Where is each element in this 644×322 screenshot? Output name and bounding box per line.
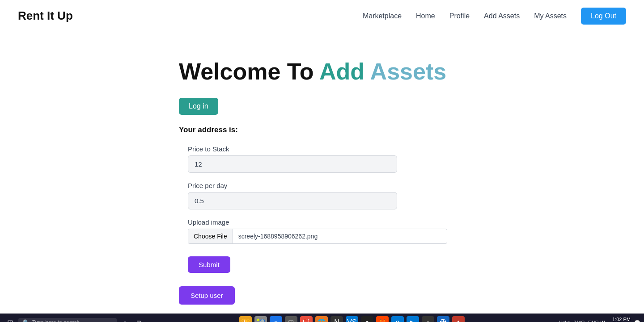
taskbar-icon-8[interactable]: VS xyxy=(346,316,358,322)
price-to-stack-group: Price to Stack xyxy=(188,145,626,173)
taskbar-icon-15[interactable]: ♦ xyxy=(452,316,465,322)
taskbar-icon-11[interactable]: e xyxy=(391,316,404,322)
submit-button[interactable]: Submit xyxy=(188,256,230,273)
title-assets: Assets xyxy=(370,59,447,84)
taskbar-icon-2[interactable]: 🎾 xyxy=(254,316,267,322)
address-label: Your address is: xyxy=(179,125,626,134)
title-add: Add xyxy=(319,59,364,84)
taskbar-links-label: Links xyxy=(559,320,570,322)
taskbar-search-input[interactable] xyxy=(32,319,112,322)
main-content: Welcome To Add Assets Log in Your addres… xyxy=(0,32,644,314)
taskbar-notification-icon[interactable]: 💬 xyxy=(634,320,640,322)
taskbar-cortana-icon[interactable]: ○ xyxy=(119,316,131,322)
taskbar-icon-12[interactable]: ▶ xyxy=(407,316,419,322)
price-per-day-group: Price per day xyxy=(188,182,626,209)
upload-image-group: Upload image Choose File screely-1688958… xyxy=(188,218,626,244)
taskbar-icon-10[interactable]: 🦊 xyxy=(376,316,389,322)
taskbar-taskview-icon[interactable]: ⧉ xyxy=(133,316,145,322)
taskbar-locale: ENG IN xyxy=(588,320,605,322)
price-to-stack-label: Price to Stack xyxy=(188,145,626,153)
nav-home[interactable]: Home xyxy=(416,12,435,20)
taskbar: ⊞ 🔍 ○ ⧉ 🏆 🎾 ○ ⊞ 🛡 🌐 N VS ● 🦊 e ▶ ▪ 🏔 ♦ L… xyxy=(0,314,644,322)
start-button[interactable]: ⊞ xyxy=(4,317,17,322)
setup-user-button[interactable]: Setup user xyxy=(179,286,235,305)
taskbar-icon-7[interactable]: N xyxy=(330,316,343,322)
brand-logo[interactable]: Rent It Up xyxy=(18,9,73,23)
taskbar-icon-13[interactable]: ▪ xyxy=(422,316,434,322)
nav-add-assets[interactable]: Add Assets xyxy=(484,12,520,20)
nav-profile[interactable]: Profile xyxy=(449,12,470,20)
page-title: Welcome To Add Assets xyxy=(179,59,626,84)
taskbar-icon-1[interactable]: 🏆 xyxy=(239,316,252,322)
taskbar-search-icon: 🔍 xyxy=(23,319,30,322)
taskbar-datetime: 1:02 PM 7/10/2023 xyxy=(609,316,631,322)
nav-links: Marketplace Home Profile Add Assets My A… xyxy=(363,8,626,25)
title-prefix: Welcome To xyxy=(179,59,319,84)
taskbar-weather: 31°C xyxy=(574,320,585,322)
file-name-display: screely-1688958906262.png xyxy=(233,229,447,243)
choose-file-button[interactable]: Choose File xyxy=(188,229,233,243)
taskbar-search[interactable]: 🔍 xyxy=(18,318,117,322)
upload-image-label: Upload image xyxy=(188,218,626,226)
nav-my-assets[interactable]: My Assets xyxy=(534,12,567,20)
navbar: Rent It Up Marketplace Home Profile Add … xyxy=(0,0,644,32)
asset-form: Price to Stack Price per day Upload imag… xyxy=(188,145,626,286)
title-space xyxy=(364,59,370,84)
taskbar-left: ⊞ 🔍 ○ ⧉ xyxy=(4,316,145,322)
login-button[interactable]: Log in xyxy=(179,98,218,115)
price-per-day-label: Price per day xyxy=(188,182,626,189)
price-to-stack-input[interactable] xyxy=(188,155,397,173)
taskbar-center: 🏆 🎾 ○ ⊞ 🛡 🌐 N VS ● 🦊 e ▶ ▪ 🏔 ♦ xyxy=(239,316,465,322)
file-input-wrapper: Choose File screely-1688958906262.png xyxy=(188,229,447,244)
taskbar-icon-9[interactable]: ● xyxy=(361,316,373,322)
taskbar-icon-4[interactable]: ⊞ xyxy=(285,316,297,322)
nav-marketplace[interactable]: Marketplace xyxy=(363,12,402,20)
taskbar-icon-3[interactable]: ○ xyxy=(270,316,282,322)
logout-button[interactable]: Log Out xyxy=(581,8,626,25)
price-per-day-input[interactable] xyxy=(188,192,397,209)
taskbar-icon-6[interactable]: 🌐 xyxy=(315,316,328,322)
taskbar-right: Links 31°C ENG IN 1:02 PM 7/10/2023 💬 xyxy=(559,316,640,322)
taskbar-icon-5[interactable]: 🛡 xyxy=(300,316,313,322)
taskbar-icon-14[interactable]: 🏔 xyxy=(437,316,449,322)
taskbar-time-display: 1:02 PM xyxy=(609,316,631,322)
